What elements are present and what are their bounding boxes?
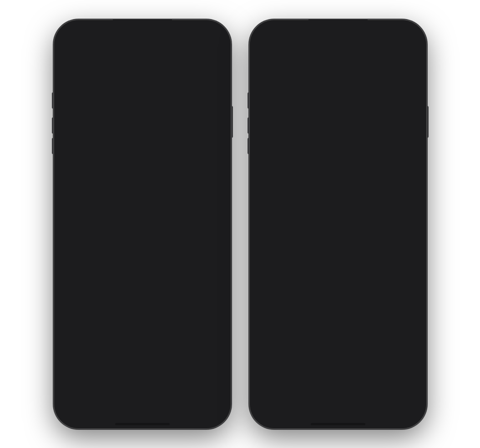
hardy-name: Hardy fuchsia [303, 308, 398, 317]
share-button[interactable] [81, 393, 101, 413]
filename: IMG_4241 [79, 285, 109, 292]
jpeg-badge: JPEG [182, 305, 205, 314]
fuchsia-content: Fuchsia Fuchsia is a genus of flowering … [303, 245, 398, 297]
adjust-button[interactable]: Adjust [195, 274, 215, 282]
ev-value: 0 ev [139, 344, 151, 351]
similar-image-2[interactable] [301, 389, 337, 423]
home-indicator-left [115, 423, 170, 425]
meta-section: Monday • May 30, 2022 • 9:23 AM Adjust ☁… [60, 269, 225, 299]
hardy-source: Wikipedia [303, 354, 398, 360]
focal-value: 26 mm [104, 344, 122, 351]
knowledge-item-fuchsia[interactable]: Fuchsia Fuchsia is a genus of flowering … [263, 239, 413, 302]
chevron-right-icon-2: › [403, 330, 405, 338]
right-phone: Results ✕ Siri Knowledge Show More Fuchs… [249, 20, 427, 429]
left-phone: Add a Caption Look Up – Plant › Monday •… [54, 20, 231, 429]
caption-placeholder: Add a Caption [69, 224, 118, 233]
caption-area[interactable]: Add a Caption [60, 217, 225, 241]
siri-visual-icon [69, 247, 86, 263]
hardy-description: Fuchsia magellanica, commonly known as t… [303, 319, 398, 352]
fuchsia-thumbnail [270, 257, 298, 284]
settings-icon: ⊙ [209, 304, 216, 314]
vibrant-badge: VIBRANT [183, 326, 215, 335]
camera-info: Wide Camera — 26 mm ƒ1.5 [69, 317, 216, 324]
toolbar [60, 393, 225, 413]
device-name: Apple iPhone 13 Pro [69, 305, 132, 313]
similar-section: Similar Web Images [256, 373, 420, 423]
show-more-button[interactable]: Show More [379, 226, 413, 234]
similar-image-3[interactable] [339, 389, 375, 423]
siri-knowledge-section: Fuchsia Fuchsia is a genus of flowering … [263, 239, 413, 366]
results-header: Results ✕ [256, 201, 420, 219]
drag-handle[interactable] [330, 204, 346, 206]
trash-button[interactable] [184, 393, 204, 413]
photo-dot-left [141, 208, 144, 211]
shutter-value: 1/181 s [196, 344, 216, 351]
cloud-icon: ☁ [69, 284, 76, 293]
fuchsia-source: Wikipedia [303, 290, 398, 297]
knowledge-item-hardy[interactable]: Hardy fuchsia Fuchsia magellanica, commo… [263, 302, 413, 366]
device-badges: JPEG ⊙ [182, 304, 215, 314]
siri-dot [336, 189, 340, 193]
similar-image-4[interactable] [378, 389, 413, 423]
resolution-text: 12 MP • 3024 × 4032 • 3.5 MB [69, 327, 149, 333]
similar-title: Similar Web Images [263, 373, 413, 383]
device-section: Apple iPhone 13 Pro JPEG ⊙ Wide Camera —… [60, 299, 225, 341]
siri-knowledge-header: Siri Knowledge Show More [256, 219, 420, 239]
fuchsia-name: Fuchsia [303, 245, 398, 254]
photo-area-right [256, 26, 420, 201]
fuchsia-description: Fuchsia is a genus of flowering plants t… [303, 256, 398, 289]
close-button[interactable]: ✕ [400, 204, 413, 216]
chevron-right-icon: › [403, 267, 405, 275]
meta-filename: ☁ IMG_4241 [69, 284, 216, 293]
siri-visual-button[interactable] [324, 97, 352, 124]
lookup-row[interactable]: Look Up – Plant › [60, 241, 225, 269]
hardy-thumbnail [270, 321, 298, 348]
hardy-content: Hardy fuchsia Fuchsia magellanica, commo… [303, 308, 398, 360]
lookup-label: Look Up – Plant › [91, 251, 150, 259]
resolution-row: 12 MP • 3024 × 4032 • 3.5 MB VIBRANT [69, 326, 216, 335]
home-indicator-right [311, 423, 365, 425]
info-section: Add a Caption Look Up – Plant › Monday •… [60, 217, 225, 401]
results-panel: Results ✕ Siri Knowledge Show More Fuchs… [256, 201, 420, 423]
device-row: Apple iPhone 13 Pro JPEG ⊙ [69, 304, 216, 314]
similar-image-1[interactable] [263, 389, 298, 423]
results-title: Results [324, 206, 352, 215]
photo-area-left[interactable] [60, 26, 225, 217]
meta-date: Monday • May 30, 2022 • 9:23 AM [69, 275, 165, 282]
right-screen: Results ✕ Siri Knowledge Show More Fuchs… [256, 26, 420, 423]
iso-value: ISO 50 [69, 344, 87, 351]
exif-row: ISO 50 26 mm 0 ev ƒ1.5 1/181 s [60, 341, 225, 355]
info-button[interactable] [149, 393, 169, 413]
left-screen: Add a Caption Look Up – Plant › Monday •… [60, 26, 225, 423]
similar-images-grid [263, 389, 413, 423]
aperture-value: ƒ1.5 [167, 344, 179, 351]
flower-image-left [60, 26, 225, 217]
siri-knowledge-title: Siri Knowledge [263, 225, 328, 235]
heart-button[interactable] [115, 393, 135, 413]
meta-date-row: Monday • May 30, 2022 • 9:23 AM Adjust [69, 274, 216, 282]
